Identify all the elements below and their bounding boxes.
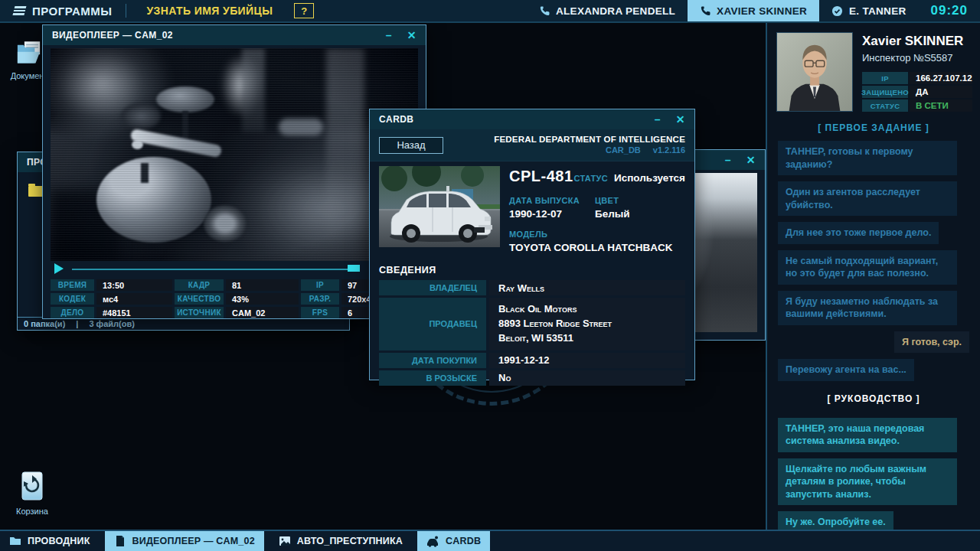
car-photo-image bbox=[379, 166, 500, 247]
clock: 09:20 bbox=[919, 0, 980, 21]
programs-menu[interactable]: ПРОГРАММЫ bbox=[0, 0, 126, 21]
detail-label: ДАТА ПОКУПКИ bbox=[379, 353, 486, 368]
info-label: IP bbox=[862, 72, 908, 84]
agent-portrait bbox=[777, 33, 852, 111]
stat-label: ИСТОЧНИК bbox=[175, 307, 224, 318]
desktop-icon-recycle-bin[interactable]: Корзина bbox=[5, 471, 60, 516]
close-icon[interactable]: ✕ bbox=[746, 155, 756, 165]
detail-value: 1991-12-12 bbox=[489, 353, 685, 368]
video-progress-track[interactable] bbox=[72, 269, 360, 270]
contact-label: ALEXANDRA PENDELL bbox=[556, 5, 675, 17]
org-block: FEDERAL DEPARTMENT OF INTELLIGENCE CAR_D… bbox=[494, 134, 685, 155]
detail-label: ВЛАДЕЛЕЦ bbox=[379, 280, 486, 295]
chat-reply: Я готов, сэр. bbox=[894, 331, 969, 354]
taskbar-item-auto-criminal[interactable]: АВТО_ПРЕСТУПНИКА bbox=[270, 531, 412, 551]
cardb-titlebar[interactable]: CARDB – ✕ bbox=[370, 109, 694, 129]
phone-icon bbox=[539, 5, 550, 16]
vignette-overlay bbox=[51, 48, 418, 261]
info-label: ЗАЩИЩЕНО bbox=[862, 86, 908, 98]
agent-info-table: IP 166.27.107.12 ЗАЩИЩЕНО ДА СТАТУС В СЕ… bbox=[862, 72, 971, 112]
programs-label: ПРОГРАММЫ bbox=[32, 5, 112, 18]
taskbar-item-label: CARDB bbox=[446, 536, 481, 546]
chat-log: ТАННЕР, готовы к первому заданию? Один и… bbox=[767, 141, 980, 551]
image-icon bbox=[279, 535, 291, 547]
minimize-icon[interactable]: – bbox=[725, 155, 731, 165]
agent-panel: Xavier SKINNER Инспектор №S5587 IP 166.2… bbox=[766, 23, 980, 551]
section-first-mission: [ ПЕРВОЕ ЗАДАНИЕ ] bbox=[767, 122, 980, 133]
car-info: CPL-481 СТАТУС Используется ДАТА ВЫПУСКА… bbox=[509, 166, 685, 253]
detail-label: ПРОДАВЕЦ bbox=[379, 298, 486, 350]
cardb-window: CARDB – ✕ Назад FEDERAL DEPARTMENT OF IN… bbox=[369, 109, 695, 380]
car-summary: CPL-481 СТАТУС Используется ДАТА ВЫПУСКА… bbox=[370, 161, 694, 253]
stat-label: КОДЕК bbox=[51, 293, 94, 305]
back-button[interactable]: Назад bbox=[379, 137, 443, 154]
video-stats-table: ВРЕМЯ 13:50 КАДР 81 IP 97 КОДЕК мс4 КАЧЕ… bbox=[51, 279, 418, 318]
play-icon[interactable] bbox=[54, 263, 64, 274]
cardb-title: CARDB bbox=[379, 114, 413, 125]
badge-icon bbox=[831, 5, 843, 17]
video-player-title: ВИДЕОПЛЕЕР — CAM_02 bbox=[52, 30, 173, 41]
section-guide: [ РУКОВОДСТВО ] bbox=[778, 393, 969, 404]
folder-count: 0 папка(и) bbox=[24, 319, 65, 328]
taskbar: ПРОВОДНИК ВИДЕОПЛЕЕР — CAM_02 АВТО_ПРЕСТ… bbox=[0, 530, 980, 551]
app-version: v1.2.116 bbox=[653, 145, 685, 156]
desktop-icon-label: Корзина bbox=[5, 507, 60, 516]
contact-label: XAVIER SKINNER bbox=[717, 5, 807, 17]
find-killer-button[interactable]: УЗНАТЬ ИМЯ УБИЙЦЫ bbox=[126, 0, 292, 21]
taskbar-item-label: ПРОВОДНИК bbox=[28, 536, 90, 546]
details-table: ВЛАДЕЛЕЦ Ray Wells ПРОДАВЕЦ Black Oil Mo… bbox=[379, 280, 685, 386]
stat-value: 13:50 bbox=[96, 279, 172, 291]
folder-icon[interactable] bbox=[28, 186, 44, 197]
taskbar-item-label: АВТО_ПРЕСТУПНИКА bbox=[297, 536, 403, 546]
cctv-video-frame[interactable] bbox=[51, 48, 418, 261]
car-model: МОДЕЛЬ TOYOTA COROLLA HATCHBACK bbox=[509, 227, 685, 253]
stat-label: IP bbox=[301, 279, 339, 291]
minimize-icon[interactable]: – bbox=[386, 30, 392, 41]
taskbar-item-videoplayer[interactable]: ВИДЕОПЛЕЕР — CAM_02 bbox=[105, 531, 264, 551]
folder-icon bbox=[9, 535, 21, 547]
minimize-icon[interactable]: – bbox=[655, 114, 661, 125]
agent-profile: Xavier SKINNER Инспектор №S5587 IP 166.2… bbox=[767, 23, 980, 121]
contact-alexandra-pendell[interactable]: ALEXANDRA PENDELL bbox=[527, 0, 688, 21]
close-icon[interactable]: ✕ bbox=[676, 114, 685, 125]
close-icon[interactable]: ✕ bbox=[407, 30, 416, 41]
stat-value: #48151 bbox=[96, 307, 172, 318]
chat-guide-message: Щелкайте по любым важным деталям в ролик… bbox=[778, 458, 957, 506]
file-icon bbox=[114, 535, 126, 547]
agent-photo bbox=[776, 32, 853, 112]
org-name: FEDERAL DEPARTMENT OF INTELLIGENCE bbox=[494, 134, 685, 145]
stat-value: 43% bbox=[226, 293, 299, 305]
detail-label: В РОЗЫСКЕ bbox=[379, 370, 486, 386]
stat-value: 81 bbox=[226, 279, 299, 291]
status-label: СТАТУС bbox=[574, 174, 608, 183]
info-value: ДА bbox=[910, 86, 972, 98]
help-button[interactable]: ? bbox=[294, 3, 314, 18]
car-icon bbox=[426, 535, 439, 547]
chat-message: Я буду незаметно наблюдать за вашими дей… bbox=[778, 291, 957, 325]
details-title: СВЕДЕНИЯ bbox=[370, 253, 694, 276]
contact-label: E. TANNER bbox=[849, 5, 906, 17]
menu-icon bbox=[13, 6, 27, 15]
taskbar-item-cardb[interactable]: CARDB bbox=[417, 531, 490, 551]
cardb-header: Назад FEDERAL DEPARTMENT OF INTELLIGENCE… bbox=[370, 129, 694, 161]
stat-label: FPS bbox=[301, 307, 339, 318]
agent-role: Инспектор №S5587 bbox=[862, 52, 971, 64]
car-photo[interactable] bbox=[379, 166, 500, 247]
taskbar-item-explorer[interactable]: ПРОВОДНИК bbox=[0, 531, 100, 551]
video-player-titlebar[interactable]: ВИДЕОПЛЕЕР — CAM_02 – ✕ bbox=[43, 25, 426, 45]
chat-message: Для нее это тоже первое дело. bbox=[778, 222, 939, 244]
license-plate: CPL-481 bbox=[509, 168, 573, 185]
chat-guide-message: ТАННЕР, это наша передовая система анали… bbox=[778, 418, 957, 452]
status-value: Используется bbox=[614, 172, 685, 184]
stat-label: ДЕЛО bbox=[51, 307, 94, 318]
status-separator: | bbox=[76, 319, 78, 328]
contact-e-tanner[interactable]: E. TANNER bbox=[819, 0, 918, 21]
recycle-bin-icon bbox=[21, 471, 44, 503]
contact-xavier-skinner[interactable]: XAVIER SKINNER bbox=[688, 0, 819, 21]
chat-message: ТАННЕР, готовы к первому заданию? bbox=[778, 141, 957, 175]
file-count: 3 файл(ов) bbox=[89, 319, 134, 328]
chat-message: Один из агентов расследует убийство. bbox=[778, 181, 957, 216]
detail-value: No bbox=[489, 370, 685, 386]
stat-label: РАЗР. bbox=[301, 293, 339, 305]
video-progress-handle[interactable] bbox=[348, 265, 360, 272]
